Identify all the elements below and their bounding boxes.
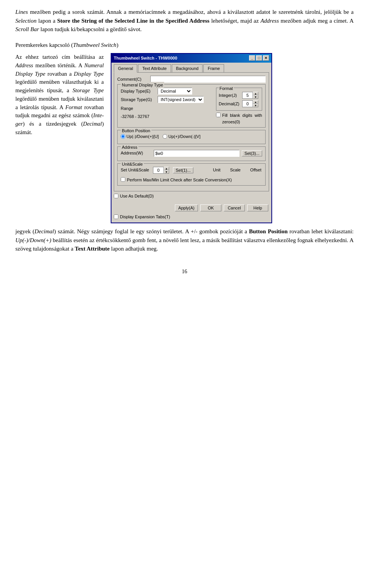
button-position-section: Button Position Up(-)/Down(+)[U] Up(+)/D… — [117, 130, 266, 144]
left-col-text: Az ehhez tartozó cím beállítása az Addre… — [15, 53, 104, 137]
address-row: Address(W) Set(3)... — [121, 150, 262, 157]
unit-scale-left: Set Unit&Scale ▲ ▼ Set(1)... — [121, 167, 209, 175]
unit-scale-label: Unit&Scale — [121, 161, 144, 168]
fill-blank-checkbox[interactable] — [216, 113, 221, 117]
unit-scale-right: Unit Scale Offset — [212, 167, 262, 173]
two-column-layout: Az ehhez tartozó cím beállítása az Addre… — [15, 53, 354, 223]
titlebar-controls: _ □ ✕ — [249, 55, 269, 61]
perform-checkbox[interactable] — [121, 177, 125, 182]
radio1-input[interactable] — [121, 134, 125, 139]
close-button[interactable]: ✕ — [263, 55, 269, 61]
radio2-input[interactable] — [163, 134, 167, 139]
decimal-input[interactable] — [242, 100, 253, 107]
range-value: -32768 - 32767 — [121, 113, 213, 121]
unit-spinner: ▲ ▼ — [153, 167, 169, 174]
radio1-item[interactable]: Up(-)/Down(+)[U] — [121, 133, 159, 140]
storage-italic: Storage Type — [73, 87, 104, 93]
unit-down-btn[interactable]: ▼ — [164, 170, 169, 174]
comment-label: Comment(C) — [117, 76, 148, 83]
dialog-tabs: General Text Attribute Background Frame — [111, 63, 271, 73]
integer-down-btn[interactable]: ▼ — [253, 95, 258, 99]
integer-row: Integer(J) ▲ ▼ — [219, 92, 259, 99]
apply-button[interactable]: Apply(A) — [175, 204, 198, 211]
numeral-display-section: Numeral Display Type Display Type(E) Dec… — [117, 84, 266, 128]
cancel-button[interactable]: Cancel — [224, 204, 245, 211]
unit-col-header: Unit — [213, 167, 221, 173]
storage-type-label: Storage Type(G) — [121, 96, 155, 103]
perform-label: Perform Max/Min Limit Check after Scale … — [127, 177, 232, 183]
set-unit-row: Set Unit&Scale ▲ ▼ Set(1)... — [121, 167, 209, 174]
range-label-text: Range — [121, 106, 133, 111]
format-label: Format — [219, 85, 234, 92]
right-column: Thumbwheel Switch - THW0000 _ □ ✕ Genera… — [111, 53, 354, 223]
tab-background[interactable]: Background — [172, 64, 203, 73]
address-section-label: Address — [121, 144, 138, 151]
unit-input[interactable] — [153, 167, 164, 174]
display-left: Display Type(E) Decimal Storage Type(G) … — [121, 88, 213, 120]
integer-up-btn[interactable]: ▲ — [253, 92, 258, 95]
scroll-italic: Scroll Bar — [15, 26, 39, 32]
tab-text-attribute[interactable]: Text Attribute — [138, 64, 171, 73]
col-headers: Unit Scale Offset — [212, 167, 262, 173]
integer-spinner: ▲ ▼ — [242, 92, 258, 99]
dialog-box: Thumbwheel Switch - THW0000 _ □ ✕ Genera… — [111, 53, 272, 223]
minimize-button[interactable]: _ — [249, 55, 255, 61]
unit-spinner-btns: ▲ ▼ — [164, 167, 169, 174]
dialog-footer: Apply(A) OK Cancel Help — [111, 202, 271, 214]
decimal-down-btn[interactable]: ▼ — [253, 104, 258, 107]
bottom-checkboxes: Use As Default(D) — [111, 191, 271, 202]
address-italic: Address — [261, 18, 279, 24]
address-italic2: Address — [15, 62, 33, 68]
store-bold: Store the String of the Selected Line in… — [57, 18, 209, 24]
address-label: Address(W) — [121, 150, 151, 156]
storage-type-select[interactable]: INT(signed 1word) — [158, 96, 204, 103]
radio2-label: Up(+)/Down(-)[V] — [168, 133, 200, 140]
display-expansion-checkbox[interactable] — [114, 214, 118, 219]
paragraph1: Lines mezőben pedig a sorok számát. Anna… — [15, 8, 354, 34]
format-group: Format Integer(J) ▲ ▼ — [216, 88, 262, 111]
help-button[interactable]: Help — [247, 204, 268, 211]
selection-italic: Selection — [15, 18, 37, 24]
format-italic: Format — [65, 104, 82, 110]
decimal-spinner-btns: ▲ ▼ — [253, 100, 258, 107]
storage-type-row: Storage Type(G) INT(signed 1word) — [121, 96, 213, 103]
unit-up-btn[interactable]: ▲ — [164, 167, 169, 170]
maximize-button[interactable]: □ — [256, 55, 262, 61]
decimal-italic: Decimal — [83, 121, 102, 127]
display-expansion-row: Display Expansion Tabs(T) — [114, 214, 269, 220]
ok-button[interactable]: OK — [200, 204, 221, 211]
unit-scale-section: Unit&Scale Set Unit&Scale ▲ ▼ — [117, 163, 266, 186]
dialog-content: Comment(C) Numeral Display Type Display … — [114, 72, 269, 191]
integer-label: Integer(J) — [219, 92, 240, 99]
fill-blank-label: Fill blank digits with zeroes(0) — [222, 112, 262, 125]
comment-input[interactable] — [150, 76, 266, 83]
tab-frame[interactable]: Frame — [203, 64, 224, 73]
display-expansion-label: Display Expansion Tabs(T) — [120, 214, 170, 220]
radio1-label: Up(-)/Down(+)[U] — [126, 133, 159, 140]
button-position-label: Button Position — [121, 128, 151, 134]
set3-button[interactable]: Set(3)... — [242, 150, 262, 156]
integer-input[interactable] — [242, 92, 253, 99]
decimal-row: Decimal(Z) ▲ ▼ — [219, 100, 259, 107]
decimal-up-btn[interactable]: ▲ — [253, 100, 258, 104]
integer-spinner-btns: ▲ ▼ — [253, 92, 258, 99]
display-type-label: Display Type(E) — [121, 88, 155, 95]
address-section: Address Address(W) Set(3)... — [117, 146, 266, 161]
format-box: Format Integer(J) ▲ ▼ — [216, 88, 262, 125]
display-italic: Display Type — [74, 71, 104, 77]
unit-scale-content: Set Unit&Scale ▲ ▼ Set(1)... — [121, 167, 262, 175]
address-input[interactable] — [154, 150, 239, 157]
set1-button[interactable]: Set(1)... — [173, 167, 193, 173]
perform-checkbox-item: Perform Max/Min Limit Check after Scale … — [121, 177, 262, 183]
offset-col-header: Offset — [250, 167, 261, 173]
left-column: Az ehhez tartozó cím beállítása az Addre… — [15, 53, 104, 223]
button-pos-bold: Button Position — [249, 228, 288, 234]
radio2-item[interactable]: Up(+)/Down(-)[V] — [163, 133, 200, 140]
display-type-select[interactable]: Decimal — [158, 88, 192, 95]
main-content: Lines mezőben pedig a sorok számát. Anna… — [15, 8, 354, 253]
use-default-checkbox[interactable] — [114, 194, 118, 198]
decimal-spinner: ▲ ▼ — [242, 100, 258, 107]
lines-italic: Lines — [15, 9, 28, 15]
tab-general[interactable]: General — [114, 64, 137, 73]
fill-blank-checkbox-item: Fill blank digits with zeroes(0) — [216, 112, 262, 125]
